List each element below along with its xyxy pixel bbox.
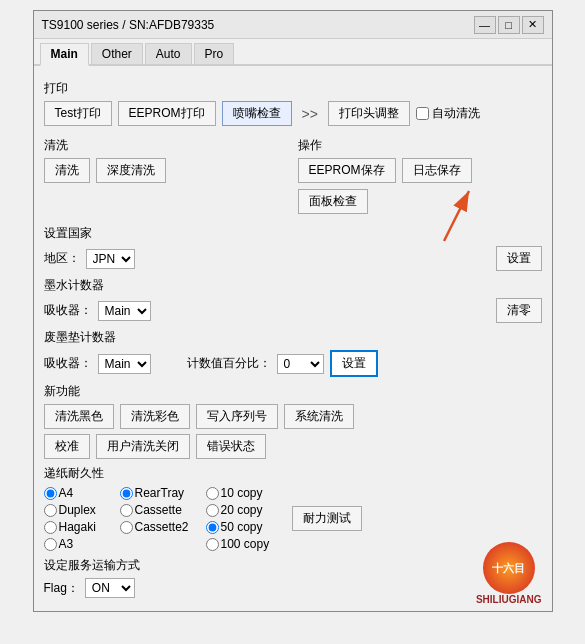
ink-clear-button[interactable]: 清零 (496, 298, 542, 323)
pad-count-select[interactable]: 0 10 20 50 100 (277, 354, 324, 374)
radio-50copy[interactable]: 50 copy (206, 520, 276, 534)
pad-absorber-label: 吸收器： (44, 355, 92, 372)
eeprom-save-button[interactable]: EEPROM保存 (298, 158, 396, 183)
system-clean-button[interactable]: 系统清洗 (284, 404, 354, 429)
radio-hagaki[interactable]: Hagaki (44, 520, 114, 534)
error-status-button[interactable]: 错误状态 (196, 434, 266, 459)
region-label: 地区： (44, 250, 80, 267)
tab-main[interactable]: Main (40, 43, 89, 66)
operation-section: 操作 EEPROM保存 日志保存 面板检查 (298, 131, 542, 219)
window-title: TS9100 series / SN:AFDB79335 (42, 18, 215, 32)
pad-absorber-select[interactable]: Main Sub (98, 354, 151, 374)
new-func-row2: 校准 用户清洗关闭 错误状态 (44, 434, 542, 459)
radio-cassette[interactable]: Cassette (120, 503, 200, 517)
auto-clean-label: 自动清洗 (432, 105, 480, 122)
pad-counter-row: 吸收器： Main Sub 计数值百分比： 0 10 20 50 100 设置 (44, 350, 542, 377)
head-adjust-button[interactable]: 打印头调整 (328, 101, 410, 126)
eeprom-print-button[interactable]: EEPROM打印 (118, 101, 216, 126)
deep-clean-button[interactable]: 深度清洗 (96, 158, 166, 183)
durability-label: 递纸耐久性 (44, 465, 542, 482)
close-button[interactable]: ✕ (522, 16, 544, 34)
clean-button[interactable]: 清洗 (44, 158, 90, 183)
tab-bar: Main Other Auto Pro (34, 39, 552, 66)
log-save-button[interactable]: 日志保存 (402, 158, 472, 183)
durability-row: A4 Duplex Hagaki A3 RearTray Cassette Ca… (44, 486, 542, 551)
flag-label: Flag： (44, 580, 79, 597)
radio-reartray[interactable]: RearTray (120, 486, 200, 500)
tab-auto[interactable]: Auto (145, 43, 192, 64)
radio-cassette2[interactable]: Cassette2 (120, 520, 200, 534)
clean-buttons: 清洗 深度清洗 (44, 158, 288, 183)
pad-counter-label: 废墨垫计数器 (44, 329, 542, 346)
ink-counter-row: 吸收器： Main Sub 清零 (44, 298, 542, 323)
clean-color-button[interactable]: 清洗彩色 (120, 404, 190, 429)
pad-set-button[interactable]: 设置 (330, 350, 378, 377)
durability-col1: A4 Duplex Hagaki A3 (44, 486, 114, 551)
ink-absorber-label: 吸收器： (44, 302, 92, 319)
window-controls: — □ ✕ (474, 16, 544, 34)
watermark-subtext: SHILIUGIANG (476, 594, 542, 605)
radio-100copy[interactable]: 100 copy (206, 537, 276, 551)
panel-check-button[interactable]: 面板检查 (298, 189, 368, 214)
auto-clean-checkbox[interactable] (416, 107, 429, 120)
nozzle-check-button[interactable]: 喷嘴检查 (222, 101, 292, 126)
watermark: 十六目 SHILIUGIANG (476, 542, 542, 605)
main-content: 打印 Test打印 EEPROM打印 喷嘴检查 >> 打印头调整 自动清洗 清洗… (34, 66, 552, 611)
radio-10copy[interactable]: 10 copy (206, 486, 276, 500)
new-func-label: 新功能 (44, 383, 542, 400)
clean-label: 清洗 (44, 137, 288, 154)
operation-label: 操作 (298, 137, 542, 154)
country-row: 地区： JPN US EU 设置 (44, 246, 542, 271)
ink-counter-label: 墨水计数器 (44, 277, 542, 294)
tab-other[interactable]: Other (91, 43, 143, 64)
country-set-button[interactable]: 设置 (496, 246, 542, 271)
auto-clean-checkbox-label[interactable]: 自动清洗 (416, 105, 480, 122)
country-section-label: 设置国家 (44, 225, 542, 242)
logo-text: 十六目 (492, 562, 525, 574)
clean-section: 清洗 清洗 深度清洗 (44, 131, 288, 219)
title-bar: TS9100 series / SN:AFDB79335 — □ ✕ (34, 11, 552, 39)
tab-pro[interactable]: Pro (194, 43, 235, 64)
ink-absorber-select[interactable]: Main Sub (98, 301, 151, 321)
region-select[interactable]: JPN US EU (86, 249, 135, 269)
pad-count-label: 计数值百分比： (187, 355, 271, 372)
radio-duplex[interactable]: Duplex (44, 503, 114, 517)
test-print-button[interactable]: Test打印 (44, 101, 112, 126)
calibrate-button[interactable]: 校准 (44, 434, 90, 459)
print-buttons-row: Test打印 EEPROM打印 喷嘴检查 >> 打印头调整 自动清洗 (44, 101, 542, 126)
arrow-divider: >> (298, 106, 322, 122)
durability-col2: RearTray Cassette Cassette2 (120, 486, 200, 534)
main-window: TS9100 series / SN:AFDB79335 — □ ✕ Main … (33, 10, 553, 612)
clean-operation-row: 清洗 清洗 深度清洗 操作 EEPROM保存 日志保存 面板检查 (44, 131, 542, 219)
radio-a3[interactable]: A3 (44, 537, 114, 551)
maximize-button[interactable]: □ (498, 16, 520, 34)
minimize-button[interactable]: — (474, 16, 496, 34)
clean-black-button[interactable]: 清洗黑色 (44, 404, 114, 429)
write-serial-button[interactable]: 写入序列号 (196, 404, 278, 429)
print-section-label: 打印 (44, 80, 542, 97)
new-func-row1: 清洗黑色 清洗彩色 写入序列号 系统清洗 (44, 404, 542, 429)
operation-buttons: EEPROM保存 日志保存 面板检查 (298, 158, 542, 214)
service-label: 设定服务运输方式 (44, 557, 542, 574)
service-row: Flag： ON OFF (44, 578, 542, 598)
radio-a4[interactable]: A4 (44, 486, 114, 500)
user-clean-off-button[interactable]: 用户清洗关闭 (96, 434, 190, 459)
logo-circle: 十六目 (483, 542, 535, 594)
radio-20copy[interactable]: 20 copy (206, 503, 276, 517)
durability-col3: 10 copy 20 copy 50 copy 100 copy (206, 486, 276, 551)
durability-test-button[interactable]: 耐力测试 (292, 506, 362, 531)
flag-select[interactable]: ON OFF (85, 578, 135, 598)
